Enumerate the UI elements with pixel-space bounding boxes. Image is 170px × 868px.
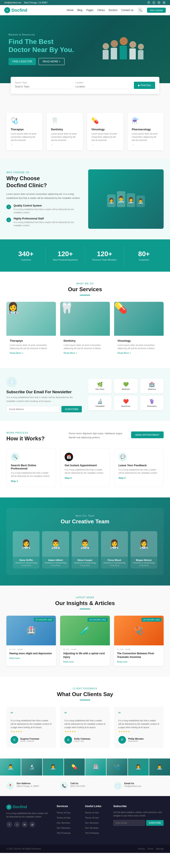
newsletter-subscribe-button[interactable]: SUBSCRIBE (61, 406, 82, 412)
author-name-1: Kelly Coleman (74, 738, 90, 740)
nav-doctors[interactable]: Doctors (109, 9, 117, 12)
footer-privacy-link[interactable]: Privacy (138, 848, 145, 850)
footer-service-link-1: Terms of Use (57, 816, 79, 819)
features-section: 🩺 Therapiye Lorem ipsum dolor sit amet c… (0, 100, 170, 159)
blog-header: Latest News Our Insights & Articles (6, 596, 164, 609)
gallery-item-7: 👨‍⚕️ (149, 758, 170, 775)
footer-sitemap-link[interactable]: Sitemap (156, 848, 164, 850)
medcare-icon: 💚 (123, 382, 129, 387)
gallery-grid: 👨‍⚕️ 🔬 👩‍⚕️ 💊 🏥 🩺 👩‍⚕️ 👨‍⚕️ (0, 758, 170, 775)
instagram-icon[interactable]: in (157, 1, 161, 4)
why-feature-title-0: Quality Control System (13, 204, 82, 207)
email-icon: ✉️ (114, 782, 122, 790)
testimonial-0: " It is a long established fact that a r… (6, 707, 56, 748)
stars-2: ★★★★★ (118, 730, 159, 733)
search-topic-input[interactable] (15, 84, 71, 89)
facebook-icon[interactable]: f (147, 1, 150, 4)
feature-therapiye: 🩺 Therapiye Lorem ipsum dolor sit amet c… (6, 113, 42, 150)
feature-pharmacology: ⚗️ Pharmacology Lorem ipsum dolor sit am… (128, 113, 164, 150)
footer-email-input[interactable] (113, 820, 145, 826)
step-title-1: Get Instant Appointment (65, 464, 105, 467)
search-location-label: Location (76, 82, 132, 84)
nav-contact[interactable]: Contact us (121, 9, 134, 12)
step-num-0[interactable]: Step 1 (11, 480, 51, 483)
hero-buttons: FIND A DOCTOR READ MORE > (8, 58, 166, 65)
blog-img-2: 🩺 28 JANUARY, 2021 (114, 616, 164, 645)
newsletter-email-input[interactable] (6, 406, 60, 412)
service-img-0: 👩‍⚕️ (6, 302, 56, 336)
gallery-section: 👨‍⚕️ 🔬 👩‍⚕️ 💊 🏥 🩺 👩‍⚕️ 👨‍⚕️ (0, 758, 170, 775)
feature-link-0[interactable]: → (11, 144, 38, 146)
step-2: 💬 Leave Your Feedback It is a long estab… (114, 448, 164, 487)
blog-link-1[interactable]: Read more (63, 661, 107, 663)
service-img-2: 💊 (114, 302, 164, 336)
service-link-0[interactable]: Read More > (10, 352, 53, 354)
footer-youtube-icon[interactable]: yt (29, 822, 35, 828)
nav-clinics[interactable]: Clinics (97, 9, 105, 12)
feature-link-1[interactable]: → (51, 144, 79, 146)
service-link-1[interactable]: Read More > (63, 352, 106, 354)
blog-link-2[interactable]: Read more (117, 661, 161, 663)
team-name-1: Adam Gilbert (44, 559, 67, 561)
hero-section: Marketo & Resources Find The Best Doctor… (0, 15, 170, 83)
nav-home[interactable]: Home (67, 9, 74, 12)
step-title-2: Leave Your Feedback (119, 464, 159, 467)
testimonial-2: " It is a long established fact that a r… (114, 707, 164, 748)
logo-badge-5: ⚕️ PharmaCo (140, 396, 164, 410)
footer-subscribe-button[interactable]: SUBSCRIBE (146, 820, 164, 826)
feature-desc-0: Lorem ipsum dolor sit amet consectetur a… (11, 132, 38, 142)
blog-post-0: 🏥 28 JANUARY, 2021 Dr. Ann Health Having… (6, 616, 56, 666)
stat-2: 120+ Resource Team Members (85, 246, 124, 265)
read-more-button[interactable]: READ MORE > (38, 58, 65, 65)
footer-twitter-icon[interactable]: t (14, 822, 20, 828)
service-link-2[interactable]: Read More > (117, 352, 160, 354)
footer-address-value: Sited Chicago, IL 60607 (17, 785, 39, 787)
team-member-0: 👩‍⚕️ Duna Griffin Obstetrics & Gynaecolo… (13, 531, 39, 568)
step-0: 🔍 Search Best Online Professional It is … (6, 448, 56, 487)
service-body-1: Dentistry Lorem ipsum dolor sit amet con… (60, 336, 110, 358)
why-feature-desc-1: It is a long established fact that a rea… (13, 221, 82, 227)
youtube-icon[interactable]: yt (162, 1, 166, 4)
find-doc-button[interactable]: ▶ Find Doc (134, 82, 155, 89)
footer-terms-link[interactable]: Terms (147, 848, 153, 850)
avatar-0: E (11, 736, 18, 744)
search-icon[interactable]: 🔍 (137, 7, 143, 13)
blog-post-2: 🩺 28 JANUARY, 2021 Dr. Ann Health The Co… (114, 616, 164, 666)
testimonials-header: Client Feedback What Our Clients Say (6, 687, 164, 700)
footer-instagram-icon[interactable]: in (22, 822, 28, 828)
blog-author-1: Dr. Ann (63, 648, 69, 650)
testimonials-grid: " It is a long established fact that a r… (6, 707, 164, 748)
search-location-input[interactable] (76, 84, 132, 89)
team-member-2: 👨‍⚕️ Steve Cooper Obstetrics & Gynaecolo… (72, 531, 98, 568)
step-num-2[interactable]: Step 3 (119, 477, 159, 479)
avatar-1: K (64, 736, 72, 744)
blog-title: Our Insights & Articles (6, 600, 164, 607)
vita-clinic-text: Vita Clinic (95, 388, 104, 390)
team-location-3: Hong Bang (103, 564, 125, 566)
footer-service-link-2: Our Services (57, 821, 79, 824)
gallery-item-1: 🔬 (21, 758, 42, 775)
service-0: 👩‍⚕️ Therapiye Lorem ipsum dolor sit ame… (6, 302, 56, 358)
team-role-2: Obstetrics & Gynaecology (74, 562, 96, 564)
pharmaco-text: PharmaCo (147, 405, 157, 407)
blog-date-2: 28 JANUARY, 2021 (142, 618, 162, 622)
find-doctor-button[interactable]: FIND A DOCTOR (8, 58, 36, 65)
nav-blog[interactable]: Blog (77, 9, 82, 12)
footer-services-links: Terms of Use Terms of Use Our Services O… (57, 811, 79, 834)
get-quote-button[interactable]: Get a Quote (147, 8, 166, 13)
make-appointment-button[interactable]: MAKE APPOINTMENT (131, 431, 164, 438)
nav-pages[interactable]: Pages (86, 9, 93, 12)
services-tag: What We Do (6, 282, 164, 285)
stat-label-2: Resource Team Members (89, 259, 120, 261)
feature-link-3[interactable]: → (132, 144, 159, 146)
therapiye-icon: 🩺 (11, 117, 19, 126)
stat-number-2: 120+ (89, 250, 120, 258)
why-feature-title-1: Highly Professional Staff (13, 217, 82, 220)
why-features: ✓ Quality Control System It is a long es… (6, 204, 82, 227)
team-img-4: 👩‍⚕️ (131, 531, 157, 557)
footer-facebook-icon[interactable]: f (6, 822, 12, 828)
feature-link-2[interactable]: → (91, 144, 119, 146)
twitter-icon[interactable]: t (152, 1, 155, 4)
blog-link-0[interactable]: Read more (9, 657, 53, 659)
step-num-1[interactable]: Step 2 (65, 477, 105, 479)
